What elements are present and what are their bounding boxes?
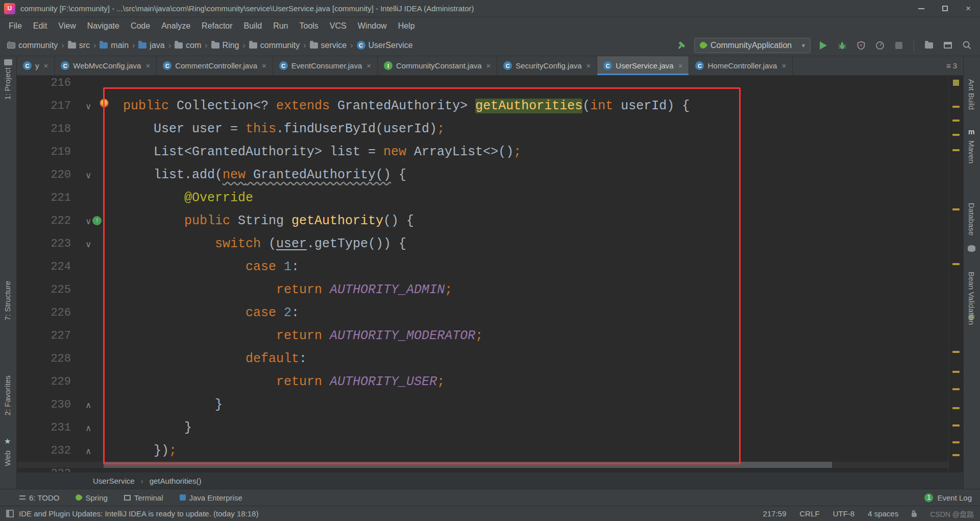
search-everywhere-button[interactable]: [961, 39, 973, 52]
profiler-button[interactable]: [874, 39, 886, 52]
tab-close-icon[interactable]: ×: [486, 61, 491, 70]
maximize-button[interactable]: [933, 0, 957, 17]
database-icon[interactable]: [968, 245, 975, 252]
tab-close-icon[interactable]: ×: [586, 61, 591, 70]
code-text[interactable]: }: [123, 397, 949, 412]
breadcrumb-main[interactable]: main: [100, 41, 129, 50]
warning-stripe-mark[interactable]: [952, 134, 960, 136]
menu-build[interactable]: Build: [238, 21, 268, 31]
warning-stripe-mark[interactable]: [952, 407, 960, 409]
menu-help[interactable]: Help: [393, 21, 421, 31]
tool-window-button-ant-build[interactable]: Ant Build: [967, 79, 976, 110]
fold-icon[interactable]: ∧: [71, 446, 123, 456]
warning-stripe-mark[interactable]: [952, 424, 960, 427]
close-button[interactable]: ×: [957, 0, 980, 17]
coverage-button[interactable]: [855, 39, 867, 52]
menu-file[interactable]: File: [3, 21, 28, 31]
warning-stripe-mark[interactable]: [952, 263, 960, 265]
tab-homecontroller-java[interactable]: CHomeController.java×: [689, 56, 793, 75]
warning-stripe-mark[interactable]: [952, 120, 960, 122]
tab-commentcontroller-java[interactable]: CCommentController.java×: [157, 56, 273, 75]
tool-window-button-spring[interactable]: Spring: [76, 493, 107, 502]
menu-run[interactable]: Run: [267, 21, 293, 31]
breadcrumb-userservice[interactable]: CUserService: [357, 41, 413, 50]
caret-position-widget[interactable]: 217:59: [763, 509, 787, 518]
override-marker-icon[interactable]: ↑: [92, 216, 102, 225]
tab-securityconfig-java[interactable]: CSecurityConfig.java×: [497, 56, 597, 75]
menu-navigate[interactable]: Navigate: [82, 21, 125, 31]
tab-communityconstant-java[interactable]: ICommunityConstant.java×: [378, 56, 497, 75]
fold-icon[interactable]: ∨: [71, 239, 123, 249]
code-text[interactable]: @Override: [123, 191, 949, 205]
tool-window-button-bean-validation[interactable]: Bean Validation: [967, 272, 976, 325]
status-message[interactable]: IDE and Plugin Updates: IntelliJ IDEA is…: [19, 509, 258, 518]
tab-close-icon[interactable]: ×: [44, 61, 48, 70]
menu-edit[interactable]: Edit: [28, 21, 53, 31]
breadcrumb-method[interactable]: getAuthorities(): [150, 477, 202, 485]
tab-userservice-java[interactable]: CUserService.java×: [597, 56, 689, 75]
fold-icon[interactable]: ∨: [71, 170, 123, 180]
tab-close-icon[interactable]: ×: [366, 61, 371, 70]
breadcrumb-service[interactable]: service: [310, 41, 347, 50]
code-text[interactable]: return AUTHORITY_ADMIN;: [123, 282, 949, 297]
debug-button[interactable]: [836, 39, 848, 52]
code-text[interactable]: switch (user.getType()) {: [123, 236, 949, 251]
code-text[interactable]: User user = this.findUserById(userId);: [123, 122, 949, 136]
breadcrumb-java[interactable]: java: [138, 41, 164, 50]
warning-stripe-mark[interactable]: [952, 371, 960, 373]
inspection-status-icon[interactable]: [953, 80, 959, 86]
warning-stripe-mark[interactable]: [952, 441, 960, 443]
code-text[interactable]: public String getAuthority() {: [123, 214, 949, 228]
tab-y[interactable]: Cy×: [17, 56, 55, 75]
tab-close-icon[interactable]: ×: [781, 61, 786, 70]
tool-window-button-maven[interactable]: Maven: [967, 140, 976, 163]
code-text[interactable]: public Collection<? extends GrantedAutho…: [123, 99, 949, 113]
stop-button[interactable]: [893, 39, 905, 52]
tool-window-button-6-todo[interactable]: 6: TODO: [19, 493, 59, 502]
code-text[interactable]: default:: [123, 351, 949, 366]
breadcrumb-class[interactable]: UserService: [93, 477, 135, 485]
warning-stripe-mark[interactable]: [952, 106, 960, 108]
tool-window-button-1-project[interactable]: 1: Project: [3, 67, 12, 100]
code-text[interactable]: case 1:: [123, 259, 949, 274]
menu-analyze[interactable]: Analyze: [156, 21, 196, 31]
breadcrumb-ring[interactable]: Ring: [211, 41, 239, 50]
menu-window[interactable]: Window: [352, 21, 393, 31]
locate-file-icon[interactable]: [923, 39, 935, 52]
horizontal-scrollbar-thumb[interactable]: [104, 462, 832, 468]
breadcrumb-community[interactable]: community: [249, 41, 300, 50]
fold-icon[interactable]: ∧: [71, 423, 123, 433]
warning-stripe-mark[interactable]: [952, 351, 960, 353]
tab-close-icon[interactable]: ×: [678, 61, 683, 70]
tool-window-button-database[interactable]: Database: [967, 203, 976, 235]
tool-window-button-web[interactable]: Web: [3, 451, 12, 466]
warning-stripe-mark[interactable]: [952, 454, 960, 456]
favorites-star-icon[interactable]: ★: [4, 437, 11, 446]
code-text[interactable]: return AUTHORITY_USER;: [123, 374, 949, 389]
indent-widget[interactable]: 4 spaces: [868, 509, 898, 518]
code-text[interactable]: list.add(new GrantedAuthority() {: [123, 168, 949, 182]
run-button[interactable]: [817, 39, 829, 52]
tool-window-button-terminal[interactable]: Terminal: [124, 493, 163, 502]
hidden-tabs-button[interactable]: ≡ 3: [940, 56, 963, 75]
tool-window-button-java-enterprise[interactable]: Java Enterprise: [180, 493, 242, 502]
encoding-widget[interactable]: UTF-8: [833, 509, 855, 518]
menu-refactor[interactable]: Refactor: [196, 21, 238, 31]
project-folder-icon[interactable]: [4, 59, 12, 65]
tool-window-button-2-favorites[interactable]: 2: Favorites: [3, 375, 12, 415]
code-editor[interactable]: 216217∨public Collection<? extends Grant…: [17, 76, 963, 472]
minimize-button[interactable]: [910, 0, 933, 17]
warning-stripe-mark[interactable]: [952, 388, 960, 390]
code-text[interactable]: return AUTHORITY_MODERATOR;: [123, 328, 949, 343]
tab-webmvcconfig-java[interactable]: CWebMvcConfig.java×: [55, 56, 157, 75]
warning-stripe-mark[interactable]: [952, 149, 960, 151]
tool-window-quick-access-icon[interactable]: [6, 510, 14, 517]
tab-close-icon[interactable]: ×: [262, 61, 266, 70]
breadcrumb-community[interactable]: community: [7, 41, 58, 50]
tab-eventconsumer-java[interactable]: CEventConsumer.java×: [273, 56, 378, 75]
fold-icon[interactable]: ∧: [71, 400, 123, 410]
tab-close-icon[interactable]: ×: [145, 61, 150, 70]
editor-layout-icon[interactable]: [942, 39, 954, 52]
build-hammer-icon[interactable]: [675, 39, 688, 52]
line-ending-widget[interactable]: CRLF: [800, 509, 820, 518]
